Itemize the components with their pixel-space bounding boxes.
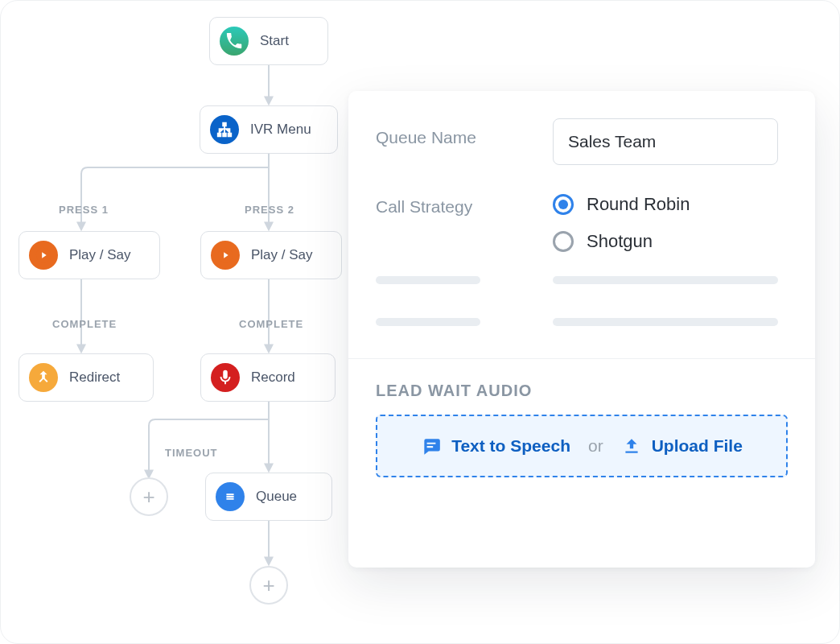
divider (348, 358, 815, 359)
radio-icon (553, 194, 574, 215)
lead-wait-title: LEAD WAIT AUDIO (376, 382, 788, 400)
upload-button[interactable]: Upload File (621, 436, 743, 456)
upload-label: Upload File (652, 436, 743, 456)
radio-round-robin[interactable]: Round Robin (553, 194, 788, 215)
node-start-label: Start (260, 33, 289, 49)
node-play1-label: Play / Say (69, 247, 131, 263)
radio-shotgun[interactable]: Shotgun (553, 231, 788, 252)
edge-label-complete1: COMPLETE (52, 318, 117, 330)
node-queue[interactable]: Queue (205, 473, 332, 521)
add-node-button[interactable]: + (130, 477, 168, 516)
node-ivr-label: IVR Menu (250, 122, 311, 138)
edge-label-complete2: COMPLETE (239, 318, 303, 330)
edge-label-press1: PRESS 1 (59, 204, 109, 216)
radio-icon (553, 231, 574, 252)
hierarchy-icon (210, 115, 239, 144)
play-icon (29, 241, 58, 270)
edge-label-timeout: TIMEOUT (165, 447, 218, 459)
phone-icon (220, 27, 249, 56)
node-play2[interactable]: Play / Say (200, 231, 342, 279)
flow-canvas: Start IVR Menu PRESS 1 PRESS 2 Play / Sa… (0, 0, 840, 644)
mic-icon (211, 363, 240, 392)
node-redirect-label: Redirect (69, 369, 120, 386)
chat-icon (421, 436, 442, 456)
node-play2-label: Play / Say (251, 247, 313, 263)
list-icon (216, 482, 245, 511)
call-strategy-label: Call Strategy (376, 188, 553, 217)
node-record[interactable]: Record (200, 353, 336, 402)
node-queue-label: Queue (256, 489, 297, 505)
queue-settings-panel: Queue Name Call Strategy Round Robin Sho… (348, 91, 815, 568)
play-icon (211, 241, 240, 270)
upload-icon (621, 436, 642, 456)
node-ivr[interactable]: IVR Menu (200, 105, 338, 154)
edge-label-press2: PRESS 2 (245, 204, 294, 216)
tts-button[interactable]: Text to Speech (421, 436, 570, 456)
queue-name-input[interactable] (553, 118, 778, 165)
queue-name-label: Queue Name (376, 118, 553, 147)
radio-shotgun-label: Shotgun (587, 231, 653, 252)
node-record-label: Record (251, 369, 295, 386)
node-redirect[interactable]: Redirect (19, 353, 154, 402)
radio-round-robin-label: Round Robin (587, 194, 690, 215)
add-node-button[interactable]: + (249, 566, 288, 605)
redirect-icon (29, 363, 58, 392)
audio-dropzone[interactable]: Text to Speech or Upload File (376, 415, 788, 477)
node-play1[interactable]: Play / Say (19, 231, 160, 279)
or-label: or (588, 436, 603, 456)
loading-placeholders (376, 276, 788, 326)
node-start[interactable]: Start (209, 17, 328, 65)
tts-label: Text to Speech (451, 436, 570, 456)
